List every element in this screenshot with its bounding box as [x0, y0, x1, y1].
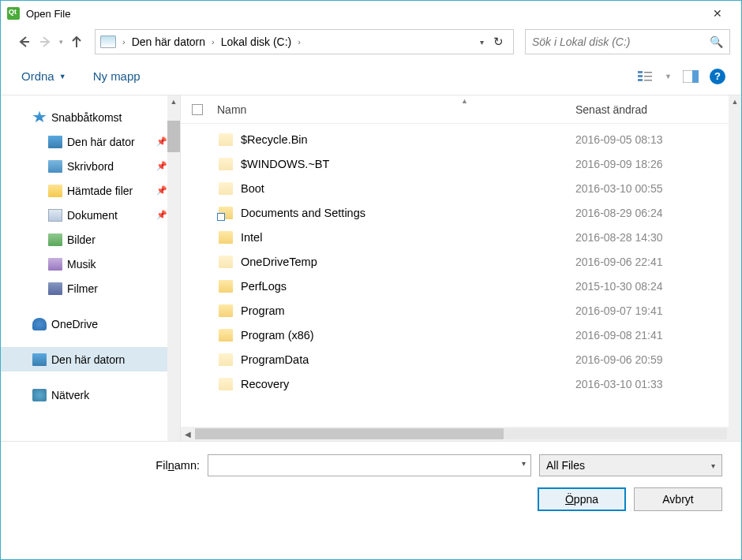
file-vertical-scrollbar[interactable]: ▲ — [729, 95, 741, 441]
folder-icon — [219, 353, 233, 366]
new-folder-button[interactable]: Ny mapp — [93, 69, 141, 83]
scroll-up-icon[interactable]: ▲ — [729, 95, 741, 108]
sidebar-item-documents[interactable]: Dokument📌 — [1, 203, 180, 227]
sidebar-item-downloads[interactable]: Hämtade filer📌 — [1, 178, 180, 203]
scroll-left-icon[interactable]: ◀ — [181, 430, 195, 439]
forward-button[interactable] — [37, 33, 54, 50]
chevron-down-icon: ▼ — [59, 73, 66, 80]
sidebar-item-quickaccess[interactable]: Snabbåtkomst — [1, 105, 180, 129]
folder-icon — [219, 231, 233, 244]
chevron-down-icon: ▾ — [711, 461, 715, 470]
breadcrumb-sep[interactable]: › — [207, 37, 219, 47]
view-mode-button[interactable] — [638, 69, 654, 84]
file-pane: Namn ▲ Senast ändrad $Recycle.Bin2016-09… — [181, 95, 741, 441]
sidebar: Snabbåtkomst Den här dator📌 Skrivbord📌 H… — [1, 95, 181, 441]
hscroll-thumb[interactable] — [195, 428, 504, 439]
preview-pane-icon — [683, 70, 699, 83]
search-input[interactable] — [532, 35, 710, 48]
close-button[interactable]: ✕ — [700, 2, 735, 25]
column-modified[interactable]: Senast ändrad — [575, 103, 741, 116]
file-row[interactable]: $Recycle.Bin2016-09-05 08:13 — [181, 127, 741, 151]
filename-input[interactable]: ▾ — [208, 454, 531, 476]
refresh-button[interactable]: ↻ — [489, 35, 508, 49]
breadcrumb-sep[interactable]: › — [293, 37, 305, 47]
file-row[interactable]: Program (x86)2016-09-08 21:41 — [181, 323, 741, 347]
preview-pane-button[interactable] — [683, 69, 699, 84]
organize-label: Ordna — [21, 69, 54, 83]
drive-icon — [100, 35, 116, 48]
svg-rect-8 — [644, 80, 652, 81]
file-name: Documents and Settings — [241, 207, 575, 219]
title-bar: Open File ✕ — [1, 1, 741, 26]
folder-icon — [219, 133, 233, 146]
address-bar[interactable]: › Den här datorn › Lokal disk (C:) › ▾ ↻ — [95, 29, 514, 54]
window-title: Open File — [26, 8, 70, 20]
view-dropdown[interactable]: ▼ — [665, 73, 672, 80]
sidebar-item-desktop[interactable]: Skrivbord📌 — [1, 154, 180, 178]
chevron-down-icon[interactable]: ▾ — [522, 459, 526, 468]
file-name: ProgramData — [241, 353, 575, 366]
file-row[interactable]: ProgramData2016-09-06 20:59 — [181, 347, 741, 371]
toolbar: Ordna ▼ Ny mapp ▼ ? — [1, 58, 741, 95]
file-row[interactable]: PerfLogs2015-10-30 08:24 — [181, 274, 741, 298]
folder-icon — [219, 329, 233, 342]
open-button[interactable]: Öppna — [538, 487, 626, 511]
sidebar-item-videos[interactable]: Filmer — [1, 276, 180, 301]
sidebar-item-network[interactable]: Nätverk — [1, 383, 180, 407]
arrow-left-icon — [17, 35, 31, 49]
up-button[interactable] — [68, 33, 85, 50]
filetype-filter[interactable]: All Files ▾ — [539, 454, 722, 476]
qt-app-icon — [7, 7, 20, 20]
monitor-icon — [32, 353, 47, 366]
file-list[interactable]: $Recycle.Bin2016-09-05 08:13$WINDOWS.~BT… — [181, 124, 741, 427]
film-icon — [48, 282, 62, 295]
back-button[interactable] — [15, 33, 32, 50]
search-box[interactable]: 🔍 — [525, 29, 730, 54]
desktop-icon — [48, 160, 62, 173]
file-row[interactable]: Boot2016-03-10 00:55 — [181, 176, 741, 200]
sidebar-item-onedrive[interactable]: OneDrive — [1, 312, 180, 336]
column-name[interactable]: Namn — [217, 103, 575, 116]
folder-icon — [219, 304, 233, 317]
arrow-right-icon — [39, 35, 53, 49]
breadcrumb-thispc[interactable]: Den här datorn — [130, 34, 207, 50]
pin-icon: 📌 — [156, 136, 167, 147]
file-name: Intel — [241, 231, 575, 244]
sidebar-scrollbar[interactable]: ▲ — [167, 95, 180, 441]
file-date: 2016-08-28 14:30 — [575, 231, 741, 244]
file-date: 2016-09-07 19:41 — [575, 304, 741, 317]
organize-menu[interactable]: Ordna ▼ — [21, 69, 66, 83]
cancel-button[interactable]: Avbryt — [634, 487, 722, 511]
file-row[interactable]: Documents and Settings2016-08-29 06:24 — [181, 200, 741, 225]
file-row[interactable]: Program2016-09-07 19:41 — [181, 298, 741, 323]
horizontal-scrollbar[interactable]: ◀ ▶ — [181, 427, 741, 441]
address-dropdown[interactable]: ▾ — [475, 38, 489, 47]
sort-asc-icon: ▲ — [461, 97, 468, 105]
svg-rect-5 — [638, 79, 643, 81]
file-row[interactable]: OneDriveTemp2016-09-06 22:41 — [181, 249, 741, 274]
folder-icon — [219, 182, 233, 195]
file-name: $Recycle.Bin — [241, 133, 575, 146]
select-all-checkbox[interactable] — [192, 104, 203, 115]
recent-dropdown[interactable]: ▾ — [59, 38, 63, 46]
file-row[interactable]: $WINDOWS.~BT2016-09-09 18:26 — [181, 151, 741, 176]
svg-rect-6 — [644, 72, 652, 73]
scroll-up-icon[interactable]: ▲ — [167, 95, 180, 108]
file-row[interactable]: Recovery2016-03-10 01:33 — [181, 371, 741, 396]
breadcrumb-sep[interactable]: › — [118, 37, 130, 47]
breadcrumb-drive[interactable]: Lokal disk (C:) — [219, 34, 293, 50]
file-row[interactable]: Intel2016-08-28 14:30 — [181, 225, 741, 249]
svg-rect-10 — [692, 70, 699, 83]
sidebar-item-music[interactable]: Musik — [1, 252, 180, 276]
file-date: 2016-09-09 18:26 — [575, 158, 741, 170]
help-button[interactable]: ? — [710, 69, 725, 84]
sidebar-item-thispc-quick[interactable]: Den här dator📌 — [1, 129, 180, 154]
file-name: Program — [241, 304, 575, 317]
filename-label: Filnamn: — [20, 459, 200, 472]
sidebar-item-pictures[interactable]: Bilder — [1, 227, 180, 252]
search-icon[interactable]: 🔍 — [710, 35, 723, 48]
sidebar-item-thispc[interactable]: Den här datorn — [1, 347, 180, 371]
file-name: OneDriveTemp — [241, 256, 575, 268]
scroll-thumb[interactable] — [167, 121, 180, 152]
folder-icon — [219, 158, 233, 170]
